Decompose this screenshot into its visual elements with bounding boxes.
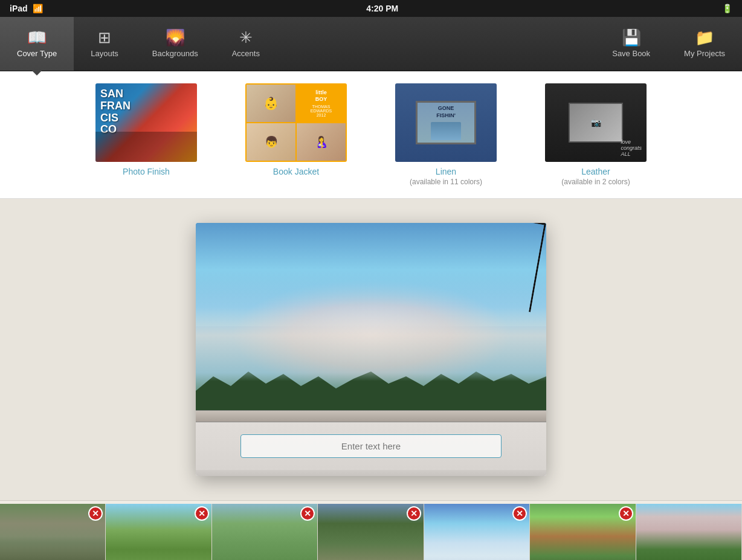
bj-subtitle: THOMASEDWARDS2012 (311, 105, 332, 117)
status-left: iPad 📶 (10, 4, 43, 13)
backgrounds-label: Backgrounds (152, 49, 198, 58)
book-preview (196, 223, 546, 476)
book-spine (196, 410, 546, 422)
main-area (0, 199, 742, 500)
status-time: 4:20 PM (366, 4, 398, 13)
thumbnail-3[interactable]: ✕ (212, 504, 318, 561)
toolbar-item-backgrounds[interactable]: 🌄 Backgrounds (135, 17, 215, 71)
leather-sublabel: (available in 2 colors) (561, 178, 630, 186)
toolbar-item-cover-type[interactable]: 📖 Cover Type (0, 17, 74, 71)
my-projects-label: My Projects (684, 49, 725, 58)
bridge-decoration (95, 132, 197, 162)
linen-window: GONEFISHIN' (416, 101, 476, 144)
thumb-remove-6[interactable]: ✕ (619, 506, 633, 521)
leather-text: lovecongratsALL (621, 139, 642, 157)
cover-type-icon: 📖 (27, 30, 47, 45)
cover-panel: SANFRANCISCO Photo Finish 👶 littleBOY TH… (0, 71, 742, 199)
cherry-blossom-photo (196, 223, 546, 410)
cover-option-book-jacket[interactable]: 👶 littleBOY THOMASEDWARDS2012 👦 🤱 (245, 83, 347, 176)
toolbar: 📖 Cover Type ⊞ Layouts 🌄 Backgrounds ✳ A… (0, 17, 742, 71)
leather-thumb: 📷 lovecongratsALL (545, 83, 647, 162)
thumb-remove-4[interactable]: ✕ (407, 506, 421, 521)
thumbnail-4[interactable]: ✕ ✓ (318, 504, 424, 561)
thumb-img-7 (636, 504, 741, 561)
thumbnail-7 (636, 504, 742, 561)
accents-icon: ✳ (239, 30, 253, 45)
layouts-label: Layouts (91, 49, 118, 58)
thumb-remove-3[interactable]: ✕ (300, 506, 315, 521)
backgrounds-icon: 🌄 (166, 30, 185, 45)
thumbnail-1[interactable]: ✕ ✓ (0, 504, 106, 561)
linen-sublabel: (available in 11 colors) (410, 178, 482, 186)
book-title-input[interactable] (240, 434, 502, 458)
thumb-remove-5[interactable]: ✕ (512, 506, 527, 521)
wifi-icon: 📶 (33, 4, 43, 13)
battery-icon: 🔋 (722, 4, 732, 13)
thumbnail-5[interactable]: ✕ ✓ (424, 504, 530, 561)
thumbnail-strip: ✕ ✓ ✕ ✓ ✕ ✕ ✓ ✕ ✓ ✕ ✓ (0, 500, 742, 560)
status-right: 🔋 (722, 4, 732, 13)
status-bar: iPad 📶 4:20 PM 🔋 (0, 0, 742, 17)
thumbnail-6[interactable]: ✕ ✓ (530, 504, 636, 561)
toolbar-item-layouts[interactable]: ⊞ Layouts (74, 17, 135, 71)
book-bottom (196, 470, 546, 476)
toolbar-item-my-projects[interactable]: 📁 My Projects (667, 17, 742, 71)
toolbar-item-save-book[interactable]: 💾 Save Book (595, 17, 667, 71)
book-photo-area (196, 223, 546, 410)
book-jacket-label: Book Jacket (273, 167, 319, 176)
save-book-label: Save Book (612, 49, 650, 58)
leather-label: Leather (581, 167, 610, 176)
accents-label: Accents (232, 49, 260, 58)
thumbnail-2[interactable]: ✕ ✓ (106, 504, 211, 561)
cover-type-label: Cover Type (17, 49, 57, 58)
layouts-icon: ⊞ (98, 30, 111, 45)
device-label: iPad (10, 4, 28, 13)
book-jacket-thumb: 👶 littleBOY THOMASEDWARDS2012 👦 🤱 (245, 83, 347, 162)
toolbar-item-accents[interactable]: ✳ Accents (215, 17, 277, 71)
bj-title: littleBOY (315, 89, 327, 103)
linen-thumb: GONEFISHIN' (395, 83, 497, 162)
book-text-area (196, 422, 546, 470)
my-projects-icon: 📁 (695, 30, 714, 45)
photo-finish-label: Photo Finish (123, 167, 170, 176)
thumb-remove-1[interactable]: ✕ (88, 506, 103, 521)
thumb-remove-2[interactable]: ✕ (195, 506, 209, 521)
save-book-icon: 💾 (622, 30, 641, 45)
cover-option-leather[interactable]: 📷 lovecongratsALL Leather (available in … (545, 83, 647, 186)
photo-finish-thumb: SANFRANCISCO (95, 83, 197, 162)
toolbar-right: 💾 Save Book 📁 My Projects (595, 17, 742, 71)
linen-label: Linen (436, 167, 456, 176)
cover-option-photo-finish[interactable]: SANFRANCISCO Photo Finish (95, 83, 197, 176)
photo-finish-text: SANFRANCISCO (100, 88, 131, 136)
cover-option-linen[interactable]: GONEFISHIN' Linen (available in 11 color… (395, 83, 497, 186)
leather-photo: 📷 (569, 103, 623, 143)
